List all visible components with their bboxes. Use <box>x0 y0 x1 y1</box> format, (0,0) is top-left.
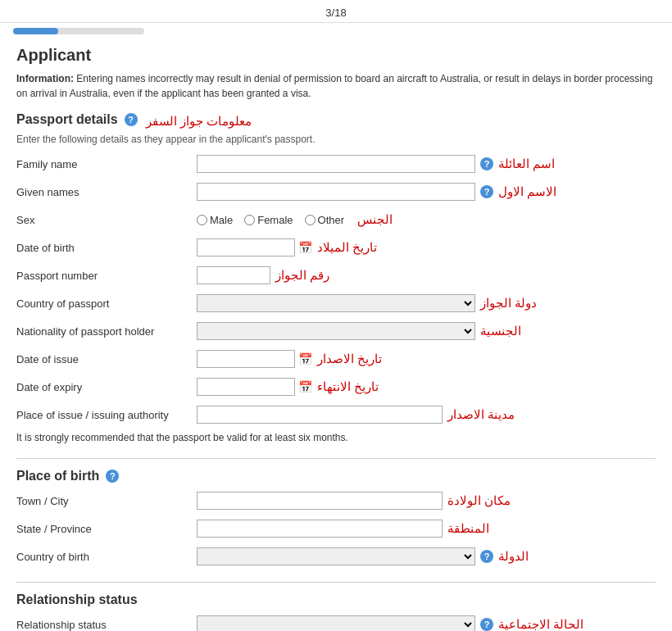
passport-title-text: Passport details <box>16 112 118 127</box>
sex-female-option[interactable]: Female <box>244 214 293 226</box>
country-birth-arabic: الدولة <box>498 549 529 564</box>
passport-arabic-title: معلومات جواز السفر <box>146 114 252 129</box>
nationality-select[interactable] <box>197 322 475 340</box>
place-issue-label: Place of issue / issuing authority <box>16 409 197 421</box>
relationship-help-icon[interactable]: ? <box>480 618 493 631</box>
given-names-input[interactable] <box>197 183 475 201</box>
sex-male-radio[interactable] <box>197 215 207 225</box>
place-issue-input[interactable] <box>197 406 443 424</box>
dob-arabic: تاريخ الميلاد <box>317 240 377 255</box>
family-name-row: Family name ? اسم العائلة <box>16 153 656 175</box>
state-province-row: State / Province المنطقة <box>16 518 656 539</box>
sex-female-radio[interactable] <box>244 215 255 225</box>
country-birth-help-icon[interactable]: ? <box>480 550 493 563</box>
sex-other-option[interactable]: Other <box>305 214 345 226</box>
dob-row: Date of birth 📅 تاريخ الميلاد <box>16 237 656 258</box>
dob-calendar-icon[interactable]: 📅 <box>298 241 312 254</box>
town-city-arabic: مكان الولادة <box>447 493 511 508</box>
town-city-row: Town / City مكان الولادة <box>16 490 656 511</box>
progress-bar-fill <box>13 28 58 34</box>
relationship-status-select[interactable] <box>197 615 475 631</box>
date-issue-label: Date of issue <box>16 353 197 365</box>
date-issue-calendar-icon[interactable]: 📅 <box>298 352 312 365</box>
sex-label: Sex <box>16 214 197 226</box>
state-province-label: State / Province <box>16 523 197 535</box>
state-province-input[interactable] <box>197 520 443 538</box>
progress-bar-background <box>13 28 144 34</box>
page-number: 3/18 <box>325 7 346 19</box>
passport-number-arabic: رقم الجواز <box>275 268 329 283</box>
sex-radio-group: Male Female Other <box>197 214 344 226</box>
dob-input[interactable] <box>197 238 295 256</box>
family-name-input[interactable] <box>197 155 475 173</box>
relationship-arabic: الحالة الاجتماعية <box>498 617 583 631</box>
place-issue-row: Place of issue / issuing authority مدينة… <box>16 404 656 425</box>
town-city-input[interactable] <box>197 492 443 510</box>
given-names-row: Given names ? الاسم الاول <box>16 181 656 202</box>
given-names-help-icon[interactable]: ? <box>480 185 493 198</box>
sex-row: Sex Male Female Other الجن <box>16 209 656 230</box>
relationship-status-row: Relationship status ? الحالة الاجتماعية <box>16 614 656 631</box>
relationship-status-label: Relationship status <box>16 619 197 631</box>
info-box: Information: Entering names incorrectly … <box>16 71 656 101</box>
given-names-label: Given names <box>16 186 197 198</box>
passport-number-row: Passport number رقم الجواز <box>16 265 656 286</box>
pob-section-title: Place of birth ? <box>16 469 119 483</box>
pob-help-icon[interactable]: ? <box>106 470 119 483</box>
given-names-arabic: الاسم الاول <box>498 184 556 199</box>
family-name-arabic: اسم العائلة <box>498 157 555 171</box>
country-birth-row: Country of birth ? الدولة <box>16 546 656 567</box>
date-issue-arabic: تاريخ الاصدار <box>317 352 382 366</box>
passport-help-icon[interactable]: ? <box>125 113 138 126</box>
info-label: Information: <box>16 73 74 84</box>
date-issue-input[interactable] <box>197 350 295 368</box>
country-birth-label: Country of birth <box>16 551 197 563</box>
passport-subtitle: Enter the following details as they appe… <box>16 134 656 145</box>
country-passport-row: Country of passport دولة الجواز <box>16 293 656 314</box>
sex-male-option[interactable]: Male <box>197 214 233 226</box>
pagination: 3/18 <box>0 0 672 23</box>
date-expiry-label: Date of expiry <box>16 381 197 393</box>
sex-other-radio[interactable] <box>305 215 316 225</box>
passport-section-title: Passport details ? <box>16 112 138 127</box>
country-passport-label: Country of passport <box>16 297 197 310</box>
pob-title-text: Place of birth <box>16 469 99 483</box>
passport-number-input[interactable] <box>197 266 270 284</box>
family-name-help-icon[interactable]: ? <box>480 157 493 170</box>
passport-number-label: Passport number <box>16 270 197 282</box>
country-passport-arabic: دولة الجواز <box>480 296 537 311</box>
place-issue-arabic: مدينة الاصدار <box>447 407 515 422</box>
nationality-row: Nationality of passport holder الجنسية <box>16 320 656 342</box>
town-city-label: Town / City <box>16 495 197 507</box>
date-expiry-input[interactable] <box>197 378 295 396</box>
relationship-section-title: Relationship status <box>16 592 138 607</box>
date-expiry-arabic: تاريخ الانتهاء <box>317 379 379 394</box>
family-name-label: Family name <box>16 158 197 170</box>
nationality-label: Nationality of passport holder <box>16 325 197 338</box>
page-title: Applicant <box>16 46 656 65</box>
info-text: Entering names incorrectly may result in… <box>16 73 652 99</box>
date-expiry-calendar-icon[interactable]: 📅 <box>298 380 312 393</box>
progress-bar-container <box>0 23 672 39</box>
passport-note: It is strongly recommended that the pass… <box>16 432 656 443</box>
dob-label: Date of birth <box>16 242 197 254</box>
sex-arabic: الجنس <box>357 212 393 227</box>
country-birth-select[interactable] <box>197 547 475 565</box>
nationality-arabic: الجنسية <box>480 324 521 338</box>
country-passport-select[interactable] <box>197 294 475 312</box>
date-expiry-row: Date of expiry 📅 تاريخ الانتهاء <box>16 376 656 397</box>
state-province-arabic: المنطقة <box>447 521 489 536</box>
relationship-title-text: Relationship status <box>16 592 138 607</box>
date-issue-row: Date of issue 📅 تاريخ الاصدار <box>16 348 656 370</box>
